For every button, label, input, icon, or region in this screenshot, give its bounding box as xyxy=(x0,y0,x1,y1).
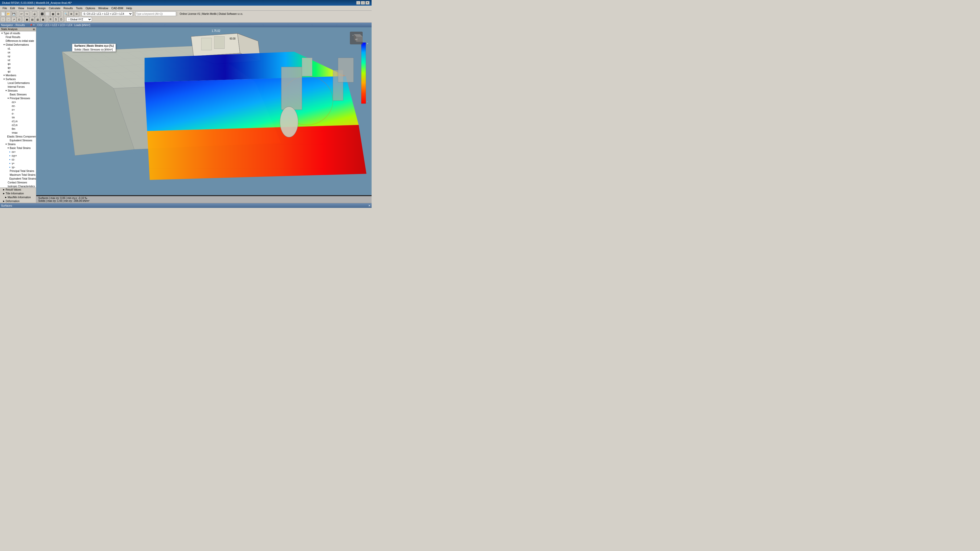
tree-item-40[interactable]: Isotropic Characteristics xyxy=(0,184,36,187)
tb-btn-6[interactable]: ⊞ xyxy=(56,11,61,16)
undo-button[interactable]: ↩ xyxy=(19,11,24,16)
tree-item-20[interactable]: σ+ xyxy=(0,108,36,112)
menu-item-tools[interactable]: Tools xyxy=(74,6,84,10)
tree-item-29[interactable]: ▼Strains xyxy=(0,142,36,146)
bottom-panel-close-icon[interactable]: ✕ xyxy=(368,204,371,207)
tree-item-11[interactable]: ▼Members xyxy=(0,73,36,77)
tree-item-1[interactable]: Final Results xyxy=(0,35,36,39)
navigator-header-icons: 📌 ✕ xyxy=(30,24,35,26)
tree-item-36[interactable]: Principal Total Strains xyxy=(0,169,36,173)
render-btn4[interactable]: ▦ xyxy=(40,17,45,22)
nav-result-item-3[interactable]: ▶Deformation xyxy=(0,199,36,203)
menu-item-file[interactable]: File xyxy=(1,6,9,10)
tree-item-30[interactable]: ▼Basic Total Strains xyxy=(0,146,36,150)
tree-item-28[interactable]: Equivalent Stresses xyxy=(0,138,36,142)
tree-item-4[interactable]: uL xyxy=(0,47,36,51)
tree-item-39[interactable]: Contact Stresses xyxy=(0,181,36,184)
tree-item-21[interactable]: σ- xyxy=(0,112,36,116)
tree-label-40: Isotropic Characteristics xyxy=(8,185,35,187)
tree-item-22[interactable]: τin xyxy=(0,116,36,119)
view-btn1[interactable]: ↑ xyxy=(0,17,6,22)
tree-item-2[interactable]: Differences to initial state xyxy=(0,39,36,43)
save-button[interactable]: 💾 xyxy=(11,11,16,16)
tree-label-9: φy xyxy=(8,66,11,69)
tree-item-9[interactable]: φy xyxy=(0,66,36,70)
tree-item-13[interactable]: Local Deformations xyxy=(0,81,36,85)
tree-item-32[interactable]: ●εyy+ xyxy=(0,154,36,158)
tree-label-15: Stresses xyxy=(8,89,18,92)
tree-item-23[interactable]: σ1,m xyxy=(0,119,36,123)
tree-item-33[interactable]: ●εz- xyxy=(0,158,36,162)
menu-item-cad-bim[interactable]: CAD-BIM xyxy=(110,6,124,10)
tree-label-19: σz- xyxy=(12,105,16,107)
menu-item-help[interactable]: Help xyxy=(125,6,134,10)
tree-item-5[interactable]: ux xyxy=(0,51,36,54)
tree-item-38[interactable]: Equivalent Total Strains xyxy=(0,177,36,181)
menu-item-assign[interactable]: Assign xyxy=(36,6,47,10)
tree-item-6[interactable]: uy xyxy=(0,54,36,58)
tree-item-37[interactable]: Maximum Total Strains xyxy=(0,173,36,177)
menu-item-calculate[interactable]: Calculate xyxy=(47,6,62,10)
menu-item-results[interactable]: Results xyxy=(62,6,75,10)
axis-combo[interactable]: ↑ Global XYZ xyxy=(66,17,92,22)
load-combo[interactable]: S: CII LC2: LC1 + LC2 + LC3 + LC4 xyxy=(82,11,133,16)
nav-result-item-2[interactable]: ▶Max/Min Information xyxy=(0,195,36,199)
tb-btn-8[interactable]: ⊕ xyxy=(68,11,74,16)
tree-item-12[interactable]: ▼Surfaces xyxy=(0,77,36,81)
menu-item-view[interactable]: View xyxy=(17,6,26,10)
tree-item-35[interactable]: ●γy- xyxy=(0,165,36,169)
open-button[interactable]: 📂 xyxy=(6,11,11,16)
maximize-button[interactable]: □ xyxy=(361,1,365,5)
result-btn2[interactable]: S xyxy=(53,17,59,22)
view-btn2[interactable]: → xyxy=(6,17,11,22)
tree-item-0[interactable]: ▼Type of results xyxy=(0,32,36,35)
result-btn3[interactable]: D xyxy=(59,17,64,22)
dropdown-popup[interactable]: Surfaces | Basic Strains εy,x [‰]Solids … xyxy=(72,44,116,52)
menu-item-window[interactable]: Window xyxy=(97,6,110,10)
tree-item-26[interactable]: τmax xyxy=(0,131,36,135)
nav-result-item-1[interactable]: ▶Title Information xyxy=(0,192,36,195)
print-button[interactable]: 🖨 xyxy=(32,11,37,16)
tb-btn-4[interactable]: ⬜ xyxy=(45,11,50,16)
tree-item-3[interactable]: ▼Global Deformations xyxy=(0,43,36,47)
tree-item-14[interactable]: Internal Forces xyxy=(0,85,36,89)
close-button[interactable]: ✕ xyxy=(366,1,369,5)
tree-item-24[interactable]: σ2,m xyxy=(0,123,36,127)
search-input[interactable] xyxy=(135,11,176,16)
redo-button[interactable]: ↪ xyxy=(24,11,29,16)
tree-item-18[interactable]: σz+ xyxy=(0,100,36,104)
view-btn4[interactable]: ⊡ xyxy=(17,17,22,22)
render-btn1[interactable]: ▣ xyxy=(24,17,29,22)
tree-item-27[interactable]: Elastic Stress Components xyxy=(0,135,36,138)
tree-item-31[interactable]: ●εx+ xyxy=(0,150,36,154)
dropdown-item-1[interactable]: Solids | Basic Stresses σy [kN/m²] xyxy=(72,48,116,52)
viewport[interactable]: CO2 - LC1 + LC2 + LC3 + LC4 Loads [kN/m²… xyxy=(36,23,372,203)
tree-item-15[interactable]: ▼Stresses xyxy=(0,89,36,93)
result-btn1[interactable]: R xyxy=(48,17,53,22)
tree-item-10[interactable]: φz xyxy=(0,70,36,73)
dropdown-item-0[interactable]: Surfaces | Basic Strains εy,x [‰] xyxy=(72,44,116,48)
menu-item-edit[interactable]: Edit xyxy=(9,6,17,10)
nav-expand-icon[interactable]: ⊞ xyxy=(33,28,35,30)
menu-item-insert[interactable]: Insert xyxy=(25,6,36,10)
menu-item-options[interactable]: Options xyxy=(84,6,97,10)
tb-btn-9[interactable]: ⊖ xyxy=(74,11,79,16)
tree-item-17[interactable]: ▼Principal Stresses xyxy=(0,97,36,100)
tree-item-7[interactable]: uz xyxy=(0,58,36,62)
view-btn3[interactable]: ↗ xyxy=(11,17,16,22)
nav-close-icon[interactable]: ✕ xyxy=(33,24,35,26)
tree-item-25[interactable]: θm xyxy=(0,127,36,131)
tb-btn-5[interactable]: ▦ xyxy=(50,11,56,16)
tree-item-16[interactable]: Basic Stresses xyxy=(0,93,36,97)
tb-btn-3[interactable]: ⬛ xyxy=(40,11,45,16)
render-btn3[interactable]: ▥ xyxy=(35,17,40,22)
minimize-button[interactable]: ─ xyxy=(356,1,360,5)
new-button[interactable]: 📄 xyxy=(0,11,6,16)
nav-pin-icon[interactable]: 📌 xyxy=(30,24,32,26)
tree-item-19[interactable]: σz- xyxy=(0,104,36,108)
tb-btn-7[interactable]: 🔍 xyxy=(63,11,68,16)
tree-item-8[interactable]: φx xyxy=(0,62,36,66)
tree-item-34[interactable]: ●γ+ xyxy=(0,162,36,165)
nav-result-item-0[interactable]: ▶Result Values xyxy=(0,188,36,192)
render-btn2[interactable]: ▤ xyxy=(30,17,35,22)
